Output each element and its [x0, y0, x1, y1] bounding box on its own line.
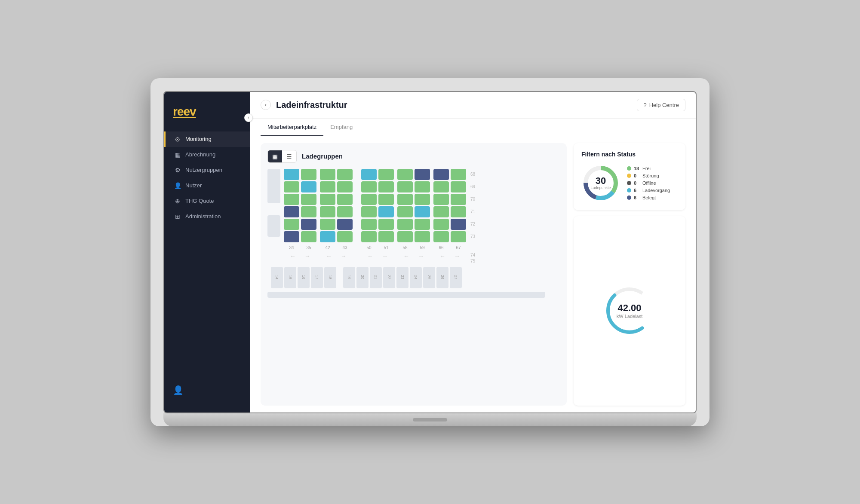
- parking-spot[interactable]: 20: [356, 267, 369, 288]
- view-grid-button[interactable]: ▦: [268, 150, 282, 162]
- parking-spot[interactable]: [284, 181, 299, 192]
- parking-spot[interactable]: [361, 194, 377, 205]
- parking-spot[interactable]: [337, 206, 353, 217]
- parking-spot[interactable]: [284, 231, 299, 242]
- parking-spot[interactable]: [320, 194, 335, 205]
- parking-spot[interactable]: [397, 169, 413, 180]
- help-centre-button[interactable]: ? Help Centre: [637, 99, 685, 111]
- spot-number: 59: [415, 244, 430, 252]
- parking-spot[interactable]: [397, 181, 413, 192]
- parking-spot[interactable]: [337, 181, 353, 192]
- parking-spot[interactable]: [415, 219, 430, 230]
- view-list-button[interactable]: ☰: [282, 150, 296, 162]
- tab-mitarbeiterparkplatz[interactable]: Mitarbeiterparkplatz: [261, 119, 323, 136]
- parking-spot[interactable]: 19: [343, 267, 355, 288]
- parking-spot[interactable]: [284, 219, 299, 230]
- parking-spot[interactable]: [433, 219, 449, 230]
- back-button[interactable]: ‹: [261, 100, 271, 110]
- sidebar-item-monitoring[interactable]: ⊙ Monitoring: [164, 131, 250, 147]
- parking-spot[interactable]: 22: [383, 267, 395, 288]
- parking-spot[interactable]: [397, 194, 413, 205]
- direction-arrows: ←→: [403, 253, 424, 260]
- tab-empfang[interactable]: Empfang: [323, 119, 359, 136]
- status-chart-area: 30 Ladepunkte 18 Frei: [581, 164, 678, 202]
- parking-spot[interactable]: [337, 219, 353, 230]
- parking-spot[interactable]: [433, 206, 449, 217]
- parking-spot[interactable]: [451, 231, 466, 242]
- parking-spot[interactable]: [301, 181, 316, 192]
- parking-spot[interactable]: 23: [396, 267, 408, 288]
- parking-spot[interactable]: 25: [423, 267, 435, 288]
- parking-spot[interactable]: [337, 194, 353, 205]
- user-profile-icon[interactable]: 👤: [173, 385, 184, 395]
- sidebar-item-label: Abrechnung: [185, 151, 215, 158]
- spot-number: 67: [451, 244, 466, 252]
- parking-spot[interactable]: [320, 181, 335, 192]
- parking-spot[interactable]: [397, 219, 413, 230]
- parking-spot[interactable]: [320, 206, 335, 217]
- donut-chart: 30 Ladepunkte: [581, 164, 620, 202]
- header-left: ‹ Ladeinfrastruktur: [261, 100, 347, 110]
- parking-spot[interactable]: [284, 194, 299, 205]
- parking-spot[interactable]: [361, 206, 377, 217]
- sidebar-item-administration[interactable]: ⊞ Administration: [164, 209, 250, 224]
- power-value: 42.00: [617, 302, 643, 314]
- parking-spot[interactable]: [433, 169, 449, 180]
- parking-spot[interactable]: [301, 219, 316, 230]
- parking-spot[interactable]: [378, 219, 394, 230]
- parking-spot[interactable]: 18: [324, 267, 336, 288]
- parking-spot[interactable]: [378, 194, 394, 205]
- parking-spot[interactable]: [361, 169, 377, 180]
- parking-spot[interactable]: [433, 231, 449, 242]
- parking-spot[interactable]: [433, 194, 449, 205]
- parking-spot[interactable]: [301, 194, 316, 205]
- parking-spot[interactable]: [320, 169, 335, 180]
- parking-spot[interactable]: [378, 181, 394, 192]
- parking-spot[interactable]: [451, 194, 466, 205]
- parking-spot[interactable]: [415, 231, 430, 242]
- parking-spot[interactable]: [451, 169, 466, 180]
- parking-spot[interactable]: [320, 219, 335, 230]
- parking-spot[interactable]: 24: [410, 267, 422, 288]
- parking-spot[interactable]: 17: [311, 267, 323, 288]
- parking-spot[interactable]: 14: [271, 267, 283, 288]
- parking-spot[interactable]: [378, 169, 394, 180]
- sidebar-item-nutzergruppen[interactable]: ⚙ Nutzergruppen: [164, 162, 250, 178]
- sidebar-collapse-button[interactable]: ‹: [244, 113, 253, 122]
- parking-spot[interactable]: [301, 231, 316, 242]
- parking-spot[interactable]: [284, 169, 299, 180]
- parking-spot[interactable]: 16: [298, 267, 310, 288]
- parking-spot[interactable]: [337, 231, 353, 242]
- parking-spot[interactable]: 21: [370, 267, 382, 288]
- parking-spot[interactable]: [397, 231, 413, 242]
- parking-spot[interactable]: 15: [284, 267, 296, 288]
- parking-spot[interactable]: [451, 206, 466, 217]
- parking-spot[interactable]: [337, 169, 353, 180]
- parking-spot[interactable]: 27: [450, 267, 462, 288]
- parking-spot[interactable]: [397, 206, 413, 217]
- parking-spot[interactable]: [320, 231, 335, 242]
- parking-spot[interactable]: [415, 206, 430, 217]
- parking-spot[interactable]: [415, 169, 430, 180]
- parking-spot[interactable]: [378, 231, 394, 242]
- legend-item-offline: 0 Offline: [627, 180, 670, 186]
- sidebar-item-abrechnung[interactable]: ▦ Abrechnung: [164, 147, 250, 162]
- abrechnung-icon: ▦: [174, 151, 181, 158]
- parking-spot[interactable]: [361, 181, 377, 192]
- parking-spot[interactable]: [284, 206, 299, 217]
- charging-panel: ▦ ☰ Ladegruppen: [261, 143, 567, 406]
- sidebar-item-thg[interactable]: ⊕ THG Quote: [164, 193, 250, 209]
- parking-spot[interactable]: [433, 181, 449, 192]
- sidebar-item-nutzer[interactable]: 👤 Nutzer: [164, 178, 250, 193]
- parking-spot[interactable]: [415, 194, 430, 205]
- parking-spot[interactable]: [415, 181, 430, 192]
- parking-spot[interactable]: 26: [436, 267, 448, 288]
- parking-spot[interactable]: [451, 219, 466, 230]
- parking-spot[interactable]: [301, 206, 316, 217]
- parking-spot[interactable]: [361, 219, 377, 230]
- parking-spot[interactable]: [301, 169, 316, 180]
- parking-spot[interactable]: [361, 231, 377, 242]
- parking-spot[interactable]: [451, 181, 466, 192]
- legend-item-frei: 18 Frei: [627, 166, 670, 171]
- parking-spot[interactable]: [378, 206, 394, 217]
